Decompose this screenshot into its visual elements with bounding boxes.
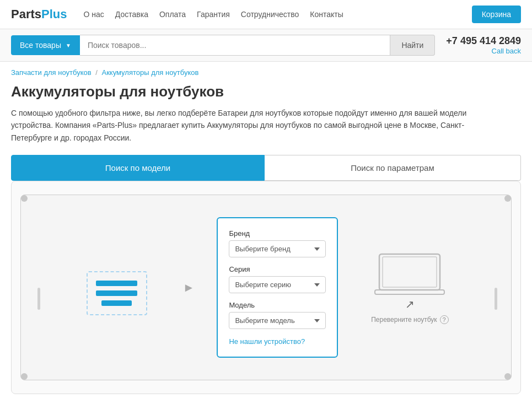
side-bar-right — [495, 288, 497, 310]
phone-block: +7 495 414 2849 Call back — [435, 35, 521, 55]
laptop-left-illustration — [73, 260, 161, 315]
corner-dot-tr — [504, 195, 511, 202]
page-description: С помощью удобного фильтра ниже, вы легк… — [0, 107, 496, 155]
laptop-line-3 — [101, 300, 132, 306]
logo-parts: Parts — [11, 7, 41, 21]
series-label: Серия — [229, 265, 326, 273]
nav-about[interactable]: О нас — [84, 10, 104, 19]
side-bar-left — [37, 288, 40, 310]
model-select[interactable]: Выберите модель — [229, 312, 326, 329]
dropdown-arrow-icon: ▼ — [66, 42, 71, 49]
laptop-line-1 — [96, 281, 137, 286]
laptop-dashed-box — [87, 271, 147, 315]
tab-params[interactable]: Поиск по параметрам — [265, 155, 521, 181]
model-label: Модель — [229, 301, 326, 309]
nav-payment[interactable]: Оплата — [159, 10, 186, 19]
breadcrumb-item-2: Аккумуляторы для ноутбуков — [101, 68, 198, 77]
svg-rect-1 — [383, 257, 437, 287]
search-button[interactable]: Найти — [390, 35, 435, 56]
laptop-right-illustration: ↗ Переверните ноутбук ? — [360, 251, 459, 324]
laptop-flip-svg — [374, 251, 445, 301]
cart-button[interactable]: Корзина — [472, 6, 521, 23]
brand-group: Бренд Выберите бренд — [229, 229, 326, 257]
brand-form: Бренд Выберите бренд Серия Выберите сери… — [217, 217, 338, 358]
search-input[interactable] — [80, 35, 391, 56]
all-goods-label: Все товары — [20, 41, 61, 50]
corner-dot-bl — [21, 373, 28, 380]
flip-label: Переверните ноутбук — [371, 316, 437, 324]
header: Parts Plus О нас Доставка Оплата Гаранти… — [0, 0, 532, 29]
series-select[interactable]: Выберите серию — [229, 276, 326, 293]
breadcrumb: Запчасти для ноутбуков / Аккумуляторы дл… — [0, 62, 532, 80]
corner-dot-br — [504, 373, 511, 380]
arrow-connector-icon: ► — [183, 281, 195, 295]
nav-guarantee[interactable]: Гарантия — [197, 10, 230, 19]
flip-text: Переверните ноутбук ? — [371, 315, 448, 324]
nav-contacts[interactable]: Контакты — [310, 10, 343, 19]
nav-cooperation[interactable]: Сотрудничество — [241, 10, 299, 19]
brand-label: Бренд — [229, 229, 326, 238]
nav-delivery[interactable]: Доставка — [115, 10, 148, 19]
main-nav: О нас Доставка Оплата Гарантия Сотруднич… — [84, 10, 472, 19]
brand-select[interactable]: Выберите бренд — [229, 240, 326, 257]
help-icon[interactable]: ? — [440, 315, 449, 324]
flip-arrow-icon: ↗ — [405, 298, 415, 311]
phone-number: +7 495 414 2849 — [446, 35, 521, 46]
page-title: Аккумуляторы для ноутбуков — [0, 80, 532, 107]
not-found-link[interactable]: Не нашли устройство? — [229, 337, 305, 346]
tab-model[interactable]: Поиск по модели — [11, 155, 265, 181]
search-bar: Все товары ▼ Найти +7 495 414 2849 Call … — [0, 29, 532, 62]
call-back-link[interactable]: Call back — [446, 47, 521, 55]
model-group: Модель Выберите модель — [229, 301, 326, 329]
logo-plus: Plus — [41, 7, 67, 21]
corner-dot-tl — [21, 195, 28, 202]
series-group: Серия Выберите серию — [229, 265, 326, 293]
breadcrumb-item-1[interactable]: Запчасти для ноутбуков — [11, 68, 92, 77]
model-search-inner-box: ► Бренд Выберите бренд Серия Выберите се… — [20, 195, 512, 380]
breadcrumb-separator: / — [95, 68, 99, 77]
search-tabs: Поиск по модели Поиск по параметрам — [0, 155, 532, 181]
svg-rect-0 — [379, 254, 440, 290]
model-search-area: ► Бренд Выберите бренд Серия Выберите се… — [11, 181, 521, 394]
logo[interactable]: Parts Plus — [11, 7, 67, 21]
all-goods-button[interactable]: Все товары ▼ — [11, 35, 80, 55]
laptop-line-2 — [96, 290, 137, 296]
